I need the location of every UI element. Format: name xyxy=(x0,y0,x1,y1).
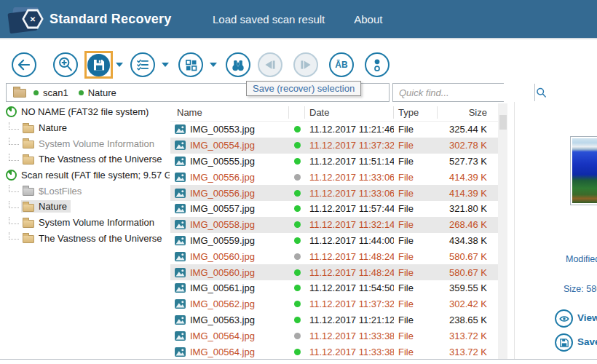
file-date: 11.12.2017 11:57:44 xyxy=(305,203,394,214)
tree-item-inner: Scan result (FAT file system; 9.57 GB in… xyxy=(4,169,170,181)
next-icon xyxy=(295,54,317,76)
encoding-ab-button[interactable]: ĀB xyxy=(329,52,354,77)
tree-item[interactable]: The Vastness of the Universe xyxy=(0,151,170,167)
tree-item-label: $LostFiles xyxy=(39,186,82,197)
table-row[interactable]: IMG_00564.jpg 11.12.2017 11:33:38 File 3… xyxy=(170,344,498,360)
tree-item[interactable]: System Volume Information xyxy=(0,135,170,151)
table-row[interactable]: IMG_00554.jpg 11.12.2017 11:37:32 File 3… xyxy=(170,138,498,154)
tree-item[interactable]: $LostFiles xyxy=(0,183,170,199)
column-header-name[interactable]: Name xyxy=(170,106,289,119)
more-options-button[interactable] xyxy=(365,52,390,77)
file-date: 11.12.2017 11:33:06 xyxy=(305,188,394,199)
tree-item-inner: System Volume Information xyxy=(21,138,158,150)
search-icon xyxy=(535,87,547,99)
tree-item-label: The Vastness of the Universe xyxy=(39,154,162,165)
tree-item-inner: The Vastness of the Universe xyxy=(21,153,166,165)
file-size: 359.55 K xyxy=(438,282,487,293)
table-scrollbar-thumb[interactable] xyxy=(499,115,507,130)
file-date: 11.12.2017 11:54:50 xyxy=(305,282,394,293)
previous-file-button[interactable] xyxy=(258,52,282,77)
column-header-date[interactable]: Date xyxy=(305,106,394,119)
app-header: ✕ Standard Recovery Load saved scan resu… xyxy=(0,0,597,39)
file-size: 414.39 K xyxy=(438,188,487,199)
preview-modified-label: Modified xyxy=(566,254,597,264)
table-row[interactable]: IMG_00560.jpg 11.12.2017 11:48:24 File 5… xyxy=(170,248,498,264)
back-button[interactable] xyxy=(12,52,36,77)
tree-item[interactable]: Nature xyxy=(0,199,170,215)
file-type: File xyxy=(394,298,438,309)
save-recover-selection-button[interactable] xyxy=(84,51,113,79)
table-row[interactable]: IMG_00555.jpg 11.12.2017 11:51:14 File 5… xyxy=(170,154,498,170)
tree-item[interactable]: NO NAME (FAT32 file system) xyxy=(0,104,170,120)
file-type: File xyxy=(394,219,438,230)
tree-item[interactable]: The Vastness of the Universe xyxy=(0,231,170,247)
breadcrumb-items: scan1 Nature xyxy=(33,87,116,98)
tree-item-inner: System Volume Information xyxy=(21,216,158,229)
column-header-status[interactable] xyxy=(289,106,305,119)
image-preview xyxy=(570,136,597,205)
previous-icon xyxy=(259,54,281,76)
column-header-size[interactable]: Size xyxy=(438,106,487,119)
status-dot-icon xyxy=(294,142,301,149)
tree-item[interactable]: Scan result (FAT file system; 9.57 GB in… xyxy=(0,167,170,183)
table-row[interactable]: IMG_00553.jpg 11.12.2017 11:21:46 File 3… xyxy=(170,122,498,138)
view-file-label[interactable]: View xyxy=(577,312,597,323)
table-row[interactable]: IMG_00564.jpg 11.12.2017 11:33:38 File 3… xyxy=(170,328,498,344)
save-file-label[interactable]: Save xyxy=(577,336,597,347)
file-name-cell: IMG_00560.jpg xyxy=(170,267,289,278)
quick-find-input[interactable] xyxy=(393,84,534,101)
file-name: IMG_00564.jpg xyxy=(190,347,255,357)
status-cell xyxy=(289,142,305,149)
table-row[interactable]: IMG_00563.jpg 11.12.2017 11:21:12 File 2… xyxy=(170,312,498,328)
status-cell xyxy=(289,285,305,291)
save-file-button[interactable] xyxy=(555,333,573,352)
file-type: File xyxy=(394,347,438,357)
zoom-button[interactable] xyxy=(53,52,78,77)
next-file-button[interactable] xyxy=(293,52,318,77)
file-size: 321.80 K xyxy=(438,203,487,214)
table-row[interactable]: IMG_00558.jpg 11.12.2017 11:32:14 File 2… xyxy=(170,217,498,233)
table-row[interactable]: IMG_00560.jpg 11.12.2017 11:48:24 File 5… xyxy=(170,264,498,280)
table-row[interactable]: IMG_00561.jpg 11.12.2017 11:54:50 File 3… xyxy=(170,280,498,296)
image-file-icon xyxy=(175,189,186,198)
table-row[interactable]: IMG_00557.jpg 11.12.2017 11:57:44 File 3… xyxy=(170,201,498,217)
file-name: IMG_00556.jpg xyxy=(190,188,255,199)
breadcrumb-item[interactable]: scan1 xyxy=(33,87,68,98)
image-file-icon xyxy=(175,347,186,357)
file-type: File xyxy=(394,251,438,262)
save-floppy-icon xyxy=(88,54,110,76)
table-row[interactable]: IMG_00556.jpg 11.12.2017 11:33:06 File 4… xyxy=(170,169,498,185)
table-body: IMG_00553.jpg 11.12.2017 11:21:46 File 3… xyxy=(170,122,498,360)
status-dot-icon xyxy=(294,349,301,355)
table-row[interactable]: IMG_00559.jpg 11.12.2017 11:44:00 File 4… xyxy=(170,233,498,249)
menu-item[interactable]: Load saved scan result xyxy=(213,13,325,25)
tree-item[interactable]: Nature xyxy=(0,120,170,136)
view-mode-button[interactable] xyxy=(178,52,203,77)
selection-list-dropdown-caret[interactable] xyxy=(162,63,169,67)
status-dot-icon xyxy=(294,205,301,212)
find-button[interactable] xyxy=(226,52,250,77)
quick-find-search-button[interactable] xyxy=(534,84,547,101)
file-date: 11.12.2017 11:48:24 xyxy=(305,267,394,278)
table-row[interactable]: IMG_00556.jpg 11.12.2017 11:33:06 File 4… xyxy=(170,185,498,201)
file-type: File xyxy=(394,331,438,341)
panel-divider xyxy=(514,102,515,359)
view-file-button[interactable] xyxy=(555,309,573,328)
file-type: File xyxy=(394,140,438,151)
menu-item[interactable]: About xyxy=(354,13,382,25)
breadcrumb-item[interactable]: Nature xyxy=(79,87,116,98)
status-cell xyxy=(289,349,305,355)
grid-icon xyxy=(180,54,202,76)
file-name: IMG_00553.jpg xyxy=(190,124,255,135)
selection-list-button[interactable] xyxy=(130,52,155,77)
tree-item[interactable]: System Volume Information xyxy=(0,215,170,231)
green-dot-icon xyxy=(33,90,39,95)
window-bottom-border xyxy=(0,359,597,360)
file-type: File xyxy=(394,314,438,325)
view-mode-dropdown-caret[interactable] xyxy=(210,63,217,67)
table-scrollbar[interactable] xyxy=(498,103,507,360)
tree-item-icon xyxy=(23,141,34,149)
column-header-type[interactable]: Type xyxy=(394,106,438,119)
table-row[interactable]: IMG_00562.jpg 11.12.2017 11:37:32 File 3… xyxy=(170,296,498,312)
save-dropdown-caret[interactable] xyxy=(116,63,123,67)
